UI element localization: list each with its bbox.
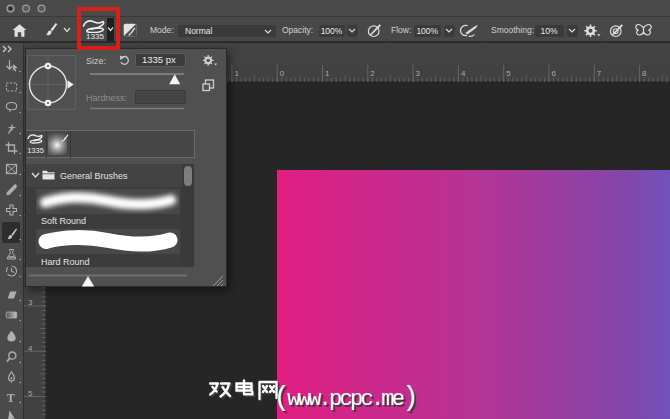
svg-text:3: 3 bbox=[28, 298, 33, 307]
svg-text:5: 5 bbox=[28, 389, 33, 398]
svg-text:4: 4 bbox=[28, 344, 33, 353]
svg-text:5: 5 bbox=[506, 69, 511, 78]
svg-text:2: 2 bbox=[370, 69, 375, 78]
svg-text:3: 3 bbox=[416, 69, 421, 78]
svg-text:T: T bbox=[7, 391, 15, 405]
svg-text:0: 0 bbox=[280, 69, 285, 78]
svg-text:7: 7 bbox=[597, 69, 602, 78]
svg-text:4: 4 bbox=[461, 69, 466, 78]
svg-text:6: 6 bbox=[552, 69, 557, 78]
svg-text:1: 1 bbox=[325, 69, 330, 78]
svg-text:1: 1 bbox=[234, 69, 239, 78]
svg-text:8: 8 bbox=[642, 69, 647, 78]
